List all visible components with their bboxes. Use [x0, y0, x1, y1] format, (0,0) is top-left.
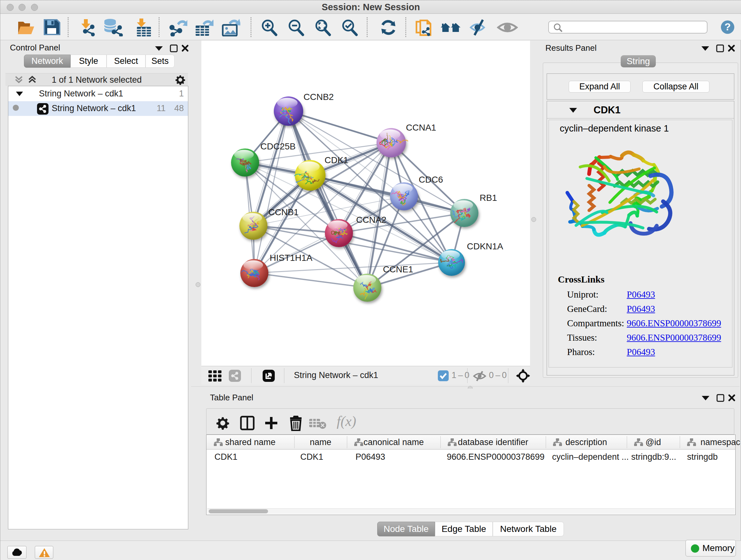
svg-text:CCNA2: CCNA2 [356, 215, 387, 225]
svg-text:?: ? [724, 21, 731, 33]
svg-text:CCNB1: CCNB1 [268, 207, 299, 217]
svg-text:CDK1: CDK1 [325, 155, 348, 165]
svg-text:CCNA1: CCNA1 [406, 123, 436, 132]
svg-text:RB1: RB1 [480, 193, 497, 203]
svg-text:CDC25B: CDC25B [260, 141, 295, 151]
svg-text:HIST1H1A: HIST1H1A [270, 253, 313, 263]
svg-text:CDC6: CDC6 [419, 175, 443, 185]
svg-text:CCNB2: CCNB2 [304, 92, 334, 102]
svg-text:CDKN1A: CDKN1A [467, 241, 503, 251]
svg-text:CCNE1: CCNE1 [383, 264, 413, 274]
